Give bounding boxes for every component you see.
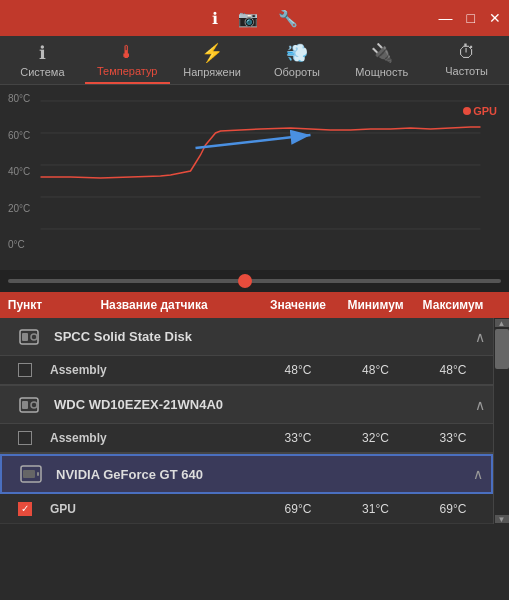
header-value: Значение — [258, 296, 338, 314]
title-bar-controls: — □ ✕ — [439, 10, 501, 26]
tab-temperature[interactable]: 🌡 Температур — [85, 36, 170, 84]
slider-track[interactable] — [8, 279, 501, 283]
spcc-assembly-value: 48°C — [258, 363, 338, 377]
camera-icon[interactable]: 📷 — [238, 9, 258, 28]
chart-svg — [40, 93, 501, 253]
wdc-assembly-checkbox-box[interactable] — [18, 431, 32, 445]
sensor-row-spcc-assembly: Assembly 48°C 48°C 48°C — [0, 356, 493, 386]
table-wrapper: SPCC Solid State Disk ∧ Assembly 48°C 48… — [0, 318, 509, 524]
table-content: SPCC Solid State Disk ∧ Assembly 48°C 48… — [0, 318, 493, 524]
header-max: Максимум — [413, 296, 493, 314]
minimize-button[interactable]: — — [439, 10, 453, 26]
svg-point-9 — [31, 334, 37, 340]
table-header: Пункт Название датчика Значение Минимум … — [0, 292, 509, 318]
svg-rect-14 — [23, 470, 35, 478]
chart-area: 80°C 60°C 40°C 20°C 0°C — [0, 85, 509, 270]
scrollbar-down-arrow[interactable]: ▼ — [495, 515, 509, 523]
tab-temperature-label: Температур — [97, 65, 158, 77]
nvidia-gpu-min: 31°C — [338, 502, 413, 516]
spcc-assembly-name: Assembly — [50, 363, 258, 377]
wdc-device-name: WDC WD10EZEX-21WN4A0 — [54, 397, 475, 412]
nvidia-gpu-value: 69°C — [258, 502, 338, 516]
tab-system-label: Система — [20, 66, 64, 78]
tab-system[interactable]: ℹ Система — [0, 36, 85, 84]
title-bar: ℹ 📷 🔧 — □ ✕ — [0, 0, 509, 36]
y-label-80: 80°C — [8, 93, 30, 104]
wdc-chevron-icon[interactable]: ∧ — [475, 397, 489, 413]
slider-thumb[interactable] — [238, 274, 252, 288]
nvidia-device-icon — [6, 462, 56, 486]
header-min: Минимум — [338, 296, 413, 314]
y-label-40: 40°C — [8, 166, 30, 177]
nvidia-device-name: NVIDIA GeForce GT 640 — [56, 467, 473, 482]
spcc-assembly-max: 48°C — [413, 363, 493, 377]
svg-rect-11 — [22, 401, 28, 409]
tab-voltage-label: Напряжени — [183, 66, 241, 78]
svg-point-12 — [31, 402, 37, 408]
spcc-assembly-min: 48°C — [338, 363, 413, 377]
info-icon[interactable]: ℹ — [212, 9, 218, 28]
nvidia-gpu-checkbox[interactable] — [0, 502, 50, 516]
header-name: Название датчика — [50, 296, 258, 314]
scrollbar-track[interactable] — [494, 328, 509, 514]
frequencies-icon: ⏱ — [458, 42, 476, 63]
wdc-assembly-checkbox[interactable] — [0, 431, 50, 445]
spcc-assembly-checkbox-box[interactable] — [18, 363, 32, 377]
header-punkt: Пункт — [0, 296, 50, 314]
tab-voltage[interactable]: ⚡ Напряжени — [170, 36, 255, 84]
spcc-device-name: SPCC Solid State Disk — [54, 329, 475, 344]
nav-tabs: ℹ Система 🌡 Температур ⚡ Напряжени 💨 Обо… — [0, 36, 509, 85]
wdc-assembly-max: 33°C — [413, 431, 493, 445]
chart-slider[interactable] — [0, 270, 509, 292]
wdc-assembly-value: 33°C — [258, 431, 338, 445]
nvidia-gpu-checkbox-box[interactable] — [18, 502, 32, 516]
fans-icon: 💨 — [286, 42, 308, 64]
device-row-nvidia: NVIDIA GeForce GT 640 ∧ — [0, 454, 493, 494]
nvidia-gpu-name: GPU — [50, 502, 258, 516]
power-icon: 🔌 — [371, 42, 393, 64]
device-row-spcc: SPCC Solid State Disk ∧ — [0, 318, 493, 356]
chart-y-labels: 80°C 60°C 40°C 20°C 0°C — [8, 93, 30, 250]
tab-power-label: Мощность — [355, 66, 408, 78]
gpu-legend-label: GPU — [463, 105, 497, 117]
header-scroll-spacer — [493, 296, 509, 314]
svg-rect-15 — [37, 472, 39, 476]
sensor-row-wdc-assembly: Assembly 33°C 32°C 33°C — [0, 424, 493, 454]
temperature-icon: 🌡 — [118, 42, 136, 63]
spcc-assembly-checkbox[interactable] — [0, 363, 50, 377]
y-label-60: 60°C — [8, 130, 30, 141]
chart-svg-wrapper: GPU — [40, 93, 501, 253]
tab-frequencies-label: Частоты — [445, 65, 488, 77]
wdc-assembly-min: 32°C — [338, 431, 413, 445]
system-icon: ℹ — [39, 42, 46, 64]
wdc-assembly-name: Assembly — [50, 431, 258, 445]
tab-frequencies[interactable]: ⏱ Частоты — [424, 36, 509, 84]
spcc-chevron-icon[interactable]: ∧ — [475, 329, 489, 345]
y-label-0: 0°C — [8, 239, 30, 250]
title-bar-icons: ℹ 📷 🔧 — [212, 9, 298, 28]
scrollbar[interactable]: ▲ ▼ — [493, 318, 509, 524]
tab-fans-label: Обороты — [274, 66, 320, 78]
maximize-button[interactable]: □ — [467, 10, 475, 26]
scrollbar-thumb[interactable] — [495, 329, 509, 369]
nvidia-chevron-icon[interactable]: ∧ — [473, 466, 487, 482]
y-label-20: 20°C — [8, 203, 30, 214]
wrench-icon[interactable]: 🔧 — [278, 9, 298, 28]
device-row-wdc: WDC WD10EZEX-21WN4A0 ∧ — [0, 386, 493, 424]
tab-power[interactable]: 🔌 Мощность — [339, 36, 424, 84]
gpu-legend-dot — [463, 107, 471, 115]
scrollbar-up-arrow[interactable]: ▲ — [495, 319, 509, 327]
voltage-icon: ⚡ — [201, 42, 223, 64]
nvidia-gpu-max: 69°C — [413, 502, 493, 516]
spcc-device-icon — [4, 325, 54, 349]
svg-rect-8 — [22, 333, 28, 341]
tab-fans[interactable]: 💨 Обороты — [254, 36, 339, 84]
wdc-device-icon — [4, 393, 54, 417]
sensor-row-nvidia-gpu: GPU 69°C 31°C 69°C — [0, 494, 493, 524]
close-button[interactable]: ✕ — [489, 10, 501, 26]
